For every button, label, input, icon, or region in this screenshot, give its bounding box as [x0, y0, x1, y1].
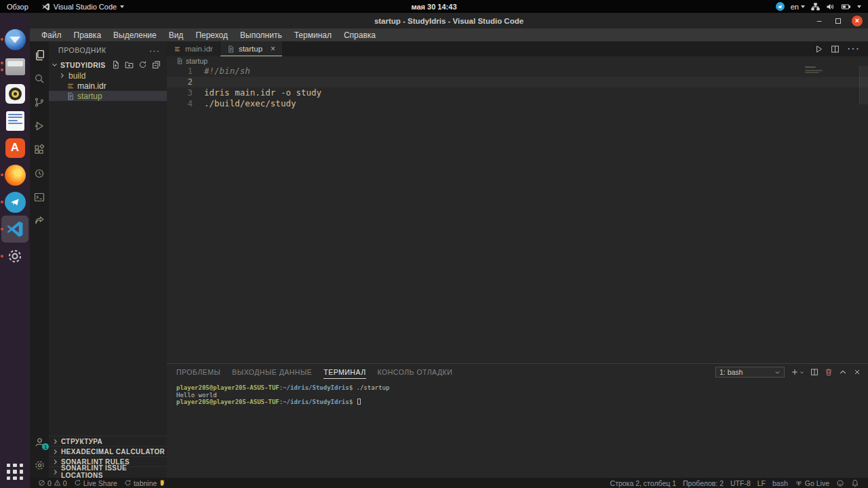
share-flow-icon[interactable] [33, 215, 45, 227]
encoding[interactable]: UTF-8 [727, 479, 754, 487]
tab-startup[interactable]: startup × [220, 41, 282, 56]
terminal[interactable]: player205@player205-ASUS-TUF:~/idris/Stu… [167, 380, 868, 478]
extensions-icon[interactable] [33, 144, 45, 156]
file-label: startup [77, 92, 102, 101]
menu-go[interactable]: Переход [189, 28, 234, 41]
menu-selection[interactable]: Выделение [107, 28, 163, 41]
split-terminal-icon[interactable] [810, 368, 818, 376]
error-count: 0 [47, 479, 52, 487]
telegram-icon [5, 192, 26, 213]
dock-item-libreoffice-writer[interactable] [3, 109, 26, 132]
new-file-icon[interactable] [111, 60, 120, 69]
telegram-tray-icon[interactable] [776, 2, 785, 11]
activities-button[interactable]: Обзор [0, 0, 35, 13]
section-sonarlint-issue-locations[interactable]: SONARLINT ISSUE LOCATIONS [49, 466, 167, 476]
dock-item-rhythmbox[interactable] [3, 82, 26, 105]
project-name: STUDYIDRIS [60, 61, 106, 69]
section-hexadecimal-calculator[interactable]: HEXADECIMAL CALCULATOR [49, 446, 167, 456]
source-control-icon[interactable] [33, 96, 45, 108]
scrollbar[interactable] [859, 66, 868, 104]
eol-sequence[interactable]: LF [754, 479, 769, 487]
libreoffice-writer-icon [6, 111, 24, 131]
dock-item-settings[interactable] [3, 245, 26, 268]
refresh-icon[interactable] [138, 60, 147, 69]
cursor-position[interactable]: Строка 2, столбец 1 [607, 479, 680, 487]
file-row-build[interactable]: build [49, 70, 167, 81]
show-applications-button[interactable] [5, 462, 24, 481]
explorer-icon[interactable] [33, 49, 45, 61]
menu-terminal[interactable]: Терминал [288, 28, 338, 41]
chevron-down-icon[interactable] [857, 5, 861, 8]
dock-item-vscode[interactable] [3, 218, 26, 241]
go-live-button[interactable]: Go Live [791, 479, 833, 487]
menu-view[interactable]: Вид [163, 28, 190, 41]
minimap[interactable] [805, 66, 825, 74]
more-actions-icon[interactable]: ··· [847, 43, 860, 55]
editor-area: main.idr startup × ··· [167, 41, 868, 363]
file-icon [176, 58, 183, 64]
remote-terminal-icon[interactable] [33, 191, 45, 203]
feedback-smiley-icon[interactable] [833, 479, 848, 487]
tab-main-idr[interactable]: main.idr [167, 41, 220, 56]
panel-tab-terminal[interactable]: ТЕРМИНАЛ [323, 364, 366, 380]
run-file-icon[interactable] [814, 45, 823, 54]
new-terminal-icon[interactable] [791, 368, 804, 376]
menu-file[interactable]: Файл [35, 28, 68, 41]
menu-edit[interactable]: Правка [68, 28, 108, 41]
section-outline[interactable]: СТРУКТУРА [49, 436, 167, 446]
run-debug-icon[interactable] [33, 120, 45, 132]
maximize-panel-icon[interactable] [839, 368, 847, 376]
window-titlebar[interactable]: startup - StudyIdris - Visual Studio Cod… [30, 13, 868, 28]
dock-item-thunderbird[interactable] [3, 28, 26, 51]
file-row-main-idr[interactable]: main.idr [49, 81, 167, 91]
panel-tab-output[interactable]: ВЫХОДНЫЕ ДАННЫЕ [232, 364, 312, 380]
breadcrumb[interactable]: startup [167, 56, 868, 66]
dock-item-firefox[interactable] [3, 163, 26, 186]
dock-item-telegram[interactable] [3, 190, 26, 214]
terminal-shell-select[interactable]: 1: bash [715, 367, 785, 378]
panel-controls: 1: bash [715, 367, 861, 378]
explorer-title: ПРОВОДНИК [58, 46, 106, 54]
minimize-button[interactable]: – [814, 16, 825, 26]
battery-icon[interactable] [841, 3, 851, 11]
account-icon[interactable]: 1 [33, 436, 45, 448]
terminal-command: ./startup [353, 384, 389, 391]
volume-icon[interactable] [826, 3, 835, 11]
dock: A [0, 13, 30, 488]
live-share-button[interactable]: Live Share [71, 478, 121, 488]
file-icon [227, 45, 235, 53]
search-icon[interactable] [33, 73, 45, 85]
split-editor-icon[interactable] [831, 45, 840, 54]
kill-terminal-trash-icon[interactable] [825, 368, 833, 376]
collapse-all-icon[interactable] [152, 60, 161, 69]
error-icon [38, 479, 45, 487]
new-folder-icon[interactable] [125, 60, 134, 69]
app-menu-button[interactable]: Visual Studio Code [35, 0, 131, 13]
dock-item-files[interactable] [3, 55, 26, 78]
close-panel-icon[interactable] [853, 368, 861, 376]
chevron-right-icon [52, 468, 59, 476]
dock-item-ubuntu-software[interactable]: A [3, 136, 26, 159]
panel-tab-problems[interactable]: ПРОБЛЕМЫ [176, 364, 220, 380]
more-actions-icon[interactable]: ··· [149, 45, 160, 56]
menu-run[interactable]: Выполнить [234, 28, 288, 41]
section-label: СТРУКТУРА [61, 438, 102, 445]
file-row-startup[interactable]: startup [49, 91, 167, 101]
menu-help[interactable]: Справка [338, 28, 382, 41]
network-icon[interactable] [811, 3, 820, 11]
maximize-button[interactable] [833, 16, 844, 26]
keyboard-layout-indicator[interactable]: en [791, 3, 805, 11]
panel-tab-debug-console[interactable]: КОНСОЛЬ ОТЛАДКИ [378, 364, 453, 380]
tabnine-button[interactable]: tabnine [121, 478, 170, 488]
live-share-icon [74, 479, 81, 487]
close-button[interactable]: × [852, 16, 863, 26]
language-mode[interactable]: bash [769, 479, 791, 487]
notifications-bell-icon[interactable] [848, 479, 863, 487]
indentation[interactable]: Пробелов: 2 [679, 479, 727, 487]
code-editor[interactable]: 1 #!/bin/sh 2 3 idris main.idr -o study [167, 66, 868, 363]
project-root-row[interactable]: STUDYIDRIS [49, 59, 167, 70]
settings-gear-icon[interactable] [33, 459, 45, 471]
close-tab-icon[interactable]: × [271, 44, 275, 54]
history-clock-icon[interactable] [33, 167, 45, 180]
problems-status[interactable]: 0 0 [35, 478, 71, 488]
